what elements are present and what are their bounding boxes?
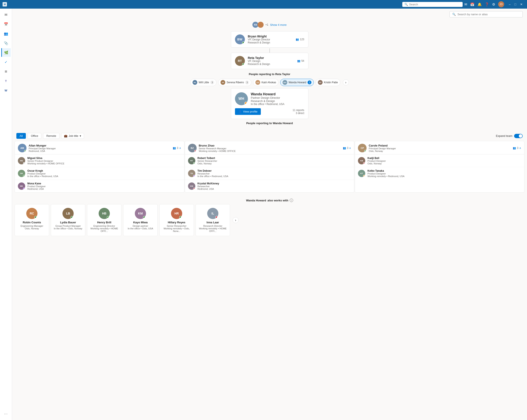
chip-katri[interactable]: KA Katri Ahokas <box>253 79 278 86</box>
bruno-location: Working remotely • HOME OFFICE <box>199 150 341 152</box>
also-kayo[interactable]: KM Kayo Miwa Design partner In the offic… <box>123 204 158 236</box>
expand-bruno-icon[interactable]: ∧ <box>349 147 351 149</box>
connector-1 <box>269 48 270 53</box>
sub-kadji[interactable]: KB Kadji Bell Product Designer Oslo, Nor… <box>355 154 524 167</box>
window-buttons: – □ ✕ <box>507 3 524 6</box>
name-search-box[interactable]: 🔍 <box>450 11 523 17</box>
sidebar-item-attach[interactable]: 📎 <box>2 39 10 47</box>
sidebar-item-calendar[interactable]: 📅 <box>2 20 10 28</box>
extra-avatar-2 <box>258 22 264 28</box>
bryan-title: VP, Design Director <box>248 38 293 41</box>
allan-reports: 👥3 ∧ <box>173 147 181 149</box>
org-card-reta[interactable]: RT Reta Taylor VP, Design Research & Des… <box>231 53 308 69</box>
app-body: ✉ 📅 👥 📎 🌿 ✓ ≡ T W ··· 🔍 KN <box>0 9 527 420</box>
sidebar-item-word[interactable]: W <box>2 86 10 95</box>
maximize-button[interactable]: □ <box>513 3 518 6</box>
miguel-name: Miguel Silva <box>27 157 181 160</box>
reports-info: 11 reports 3 direct <box>293 109 304 115</box>
expand-carole-icon[interactable]: ∧ <box>519 147 521 149</box>
sub-tim[interactable]: TD Tim Deboer Researcher In the office •… <box>185 167 354 180</box>
lydia-location: In the office • Oslo, Norway <box>54 227 82 230</box>
henry-avatar: HB <box>99 208 110 219</box>
allan-info: Allan Munger Principal Design Manager Re… <box>29 144 171 152</box>
total-reports: 11 reports <box>293 109 304 112</box>
bruno-name: Bruno Zhao <box>199 144 341 147</box>
also-hillary[interactable]: HR Hillary Reyes Senior Researcher Worki… <box>159 204 194 236</box>
filter-remote-button[interactable]: Remote <box>43 133 59 139</box>
job-title-filter[interactable]: 💼 Job title ▾ <box>61 133 84 139</box>
sidebar-item-check[interactable]: ✓ <box>2 58 10 66</box>
robert-avatar: RT <box>188 157 195 164</box>
sub-oscar[interactable]: OK Oscar Krogh Product Designer In the o… <box>15 167 184 180</box>
inna-title: Research Director <box>203 225 222 227</box>
sidebar-item-org[interactable]: 🌿 <box>1 48 11 57</box>
close-button[interactable]: ✕ <box>518 3 524 6</box>
chip-wanda[interactable]: WH Wanda Howard 3 <box>280 79 314 86</box>
toggle-knob <box>519 134 522 138</box>
wanda-name: Wanda Howard <box>251 92 304 96</box>
also-lydia[interactable]: LB Lydia Bauer Group Product Manager In … <box>51 204 85 236</box>
filter-all-button[interactable]: All <box>16 133 26 139</box>
robert-name: Robert Tolbert <box>198 157 351 160</box>
team-header-bruno[interactable]: BZ Bruno Zhao Senior Research Manager Wo… <box>185 141 354 154</box>
also-inna[interactable]: IL Inna Laar Research Director Working r… <box>196 204 230 236</box>
also-works-nav-arrow[interactable]: › <box>233 217 239 223</box>
tim-name: Tim Deboer <box>198 169 351 172</box>
calendar-icon[interactable]: 📅 <box>470 2 474 6</box>
name-search-input[interactable] <box>457 13 520 16</box>
reporting-wanda-label: People reporting to Wanda Howard <box>16 119 523 126</box>
view-profile-button[interactable]: 👤 View profile <box>235 108 261 115</box>
titlebar-search-input[interactable] <box>409 3 457 6</box>
expand-team-toggle[interactable]: Expand team <box>496 134 523 138</box>
hillary-location: Working remotely • Oslo, Norw... <box>162 227 191 232</box>
mail-icon[interactable]: ✉ <box>464 2 467 6</box>
kristin-avatar: KP <box>318 80 323 85</box>
user-avatar-title[interactable]: JD <box>498 1 504 7</box>
minimize-button[interactable]: – <box>507 3 512 6</box>
expand-allan-icon[interactable]: ∧ <box>179 147 181 149</box>
org-card-bryan[interactable]: BW Bryan Wright VP, Design Director Rese… <box>231 31 308 48</box>
chip-kristin[interactable]: KP Kristin Patte <box>316 79 340 86</box>
sidebar-item-more[interactable]: ··· <box>2 410 10 418</box>
team-header-allan[interactable]: AM Allan Munger Principal Design Manager… <box>15 141 184 154</box>
sub-keiko[interactable]: KT Keiko Tanaka Product Designer Working… <box>355 167 524 180</box>
bruno-reports: 👥3 ∧ <box>343 147 351 149</box>
sidebar-item-list[interactable]: ≡ <box>2 67 10 76</box>
sidebar-item-mail[interactable]: ✉ <box>2 10 10 19</box>
titlebar-search-box[interactable]: 🔍 <box>402 2 463 7</box>
team-grid: AM Allan Munger Principal Design Manager… <box>12 141 527 196</box>
wanda-chip-name: Wanda Howard <box>289 81 306 84</box>
titlebar-icons: ✉ 📅 🔔 ❓ ⚙ JD – □ ✕ <box>464 1 524 7</box>
carole-info: Carole Poland Principal Design Manager O… <box>369 144 511 152</box>
toggle-switch[interactable] <box>514 134 523 138</box>
chip-will[interactable]: WL Will Little 3 <box>190 79 216 86</box>
question-icon[interactable]: ❓ <box>485 2 489 6</box>
also-henry[interactable]: HB Henry Brill Engineering Director Work… <box>87 204 121 236</box>
katri-name: Katri Ahokas <box>262 81 276 84</box>
will-name: Will Little <box>198 81 209 84</box>
keiko-avatar: KT <box>358 170 365 177</box>
sub-krystal[interactable]: KM Krystal McKinney Researcher Redmond, … <box>185 180 354 192</box>
tim-avatar: TD <box>188 170 195 177</box>
sidebar-item-people[interactable]: 👥 <box>2 29 10 38</box>
settings-icon[interactable]: ⚙ <box>492 2 495 6</box>
kayo-title: Design partner <box>133 225 148 227</box>
team-header-carole[interactable]: CP Carole Poland Principal Design Manage… <box>355 141 524 154</box>
bruno-info: Bruno Zhao Senior Research Manager Worki… <box>199 144 341 152</box>
sub-mona[interactable]: MK Mona Kane Product Designer Redmond, U… <box>15 180 184 192</box>
chips-nav-arrow[interactable]: › <box>343 79 349 85</box>
info-icon[interactable]: i <box>290 199 293 202</box>
team-column-2: CP Carole Poland Principal Design Manage… <box>355 141 524 193</box>
filter-office-button[interactable]: Office <box>28 133 41 139</box>
also-robin[interactable]: RC Robin Counts Engineering Manager Oslo… <box>15 204 49 236</box>
wanda-location: In the office • Redmond, USA <box>251 103 304 106</box>
sidebar-item-teams[interactable]: T <box>2 77 10 85</box>
mona-name: Mona Kane <box>27 182 181 185</box>
sub-robert[interactable]: RT Robert Tolbert Senior Researcher Oslo… <box>185 154 354 167</box>
henry-location: Working remotely • HOME OFFI... <box>89 227 119 232</box>
chip-serena[interactable]: SR Serena Ribeiro 3 <box>218 79 251 86</box>
show-more-button[interactable]: Show 4 more <box>270 23 287 26</box>
tim-title: Researcher <box>198 172 351 175</box>
sub-miguel[interactable]: MS Miguel Silva Senior Product Designer … <box>15 154 184 167</box>
bell-icon[interactable]: 🔔 <box>477 2 482 6</box>
